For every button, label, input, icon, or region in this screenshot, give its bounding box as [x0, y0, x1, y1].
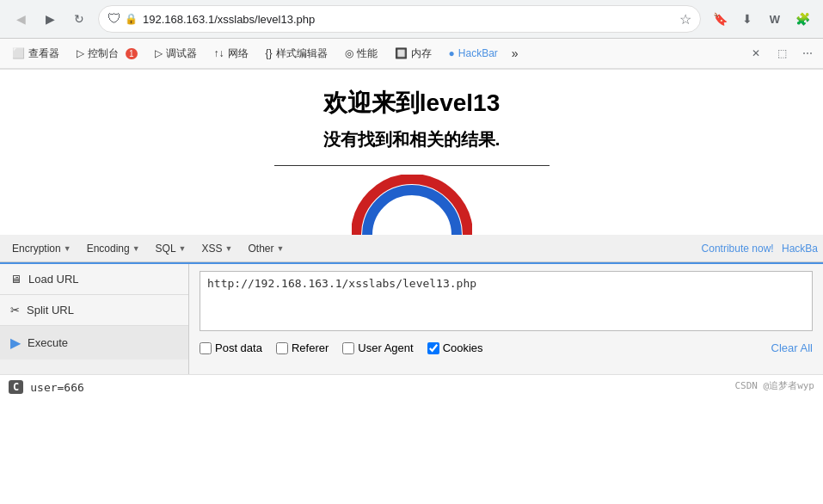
tab-console[interactable]: ▷ 控制台 1 — [68, 39, 146, 70]
devtools-dock-button[interactable]: ⬚ — [770, 41, 794, 65]
style-icon: {} — [266, 47, 273, 59]
browser-chrome: ◀ ▶ ↻ 🛡 🔒 ☆ 🔖 ⬇ W 🧩 — [0, 0, 823, 39]
error-badge: 1 — [126, 48, 138, 59]
address-bar-container: 🛡 🔒 ☆ — [98, 5, 701, 33]
hackbar-icon: ● — [449, 47, 455, 59]
extensions-button[interactable]: 🧩 — [790, 7, 814, 31]
user-agent-checkbox-label[interactable]: User Agent — [342, 341, 413, 354]
tab-style-editor[interactable]: {} 样式编辑器 — [257, 39, 336, 70]
tab-debugger[interactable]: ▷ 调试器 — [146, 39, 206, 70]
post-data-checkbox[interactable] — [200, 342, 212, 354]
tab-inspector[interactable]: ⬜ 查看器 — [3, 39, 68, 70]
bookmark-button[interactable]: 🔖 — [708, 7, 732, 31]
hackbar-menu-sql[interactable]: SQL ▼ — [149, 241, 193, 256]
sql-arrow-icon: ▼ — [179, 244, 187, 253]
referer-checkbox-label[interactable]: Referer — [276, 341, 329, 354]
hackbar-menu-encryption[interactable]: Encryption ▼ — [5, 241, 78, 256]
page-title: 欢迎来到level13 — [0, 87, 823, 120]
clear-all-button[interactable]: Clear All — [771, 341, 813, 354]
user-agent-checkbox[interactable] — [342, 342, 354, 354]
post-data-checkbox-label[interactable]: Post data — [200, 341, 262, 354]
memory-icon: 🔲 — [395, 47, 408, 59]
hackbar-toolbar: Encryption ▼ Encoding ▼ SQL ▼ XSS ▼ Othe… — [0, 235, 823, 262]
xss-arrow-icon: ▼ — [225, 244, 233, 253]
referer-checkbox[interactable] — [276, 342, 288, 354]
back-button[interactable]: ◀ — [9, 7, 33, 31]
address-bar-icons: 🛡 🔒 — [107, 11, 138, 27]
tab-hackbar[interactable]: ● HackBar — [440, 39, 507, 70]
split-url-button[interactable]: ✂ Split URL — [0, 295, 188, 326]
encryption-arrow-icon: ▼ — [64, 244, 71, 253]
download-button[interactable]: ⬇ — [735, 7, 759, 31]
browser-icons-right: 🔖 ⬇ W 🧩 — [708, 7, 814, 31]
divider — [274, 165, 550, 166]
cookies-checkbox-label[interactable]: Cookies — [427, 341, 483, 354]
debugger-icon: ▷ — [155, 47, 163, 59]
reload-button[interactable]: ↻ — [67, 7, 91, 31]
wallet-button[interactable]: W — [763, 7, 787, 31]
more-tabs-button[interactable]: » — [507, 39, 524, 68]
cookies-checkbox[interactable] — [427, 342, 439, 354]
forward-button[interactable]: ▶ — [38, 7, 62, 31]
performance-icon: ◎ — [345, 47, 353, 59]
lock-icon: 🔒 — [125, 13, 138, 25]
star-icon[interactable]: ☆ — [679, 11, 691, 28]
execute-icon: ▶ — [10, 335, 21, 351]
page-subtitle: 没有找到和相关的结果. — [0, 128, 823, 151]
nav-buttons: ◀ ▶ ↻ — [9, 7, 91, 31]
console-value: user=666 — [30, 381, 84, 394]
inspector-icon: ⬜ — [12, 47, 25, 59]
hackbar-left-buttons: 🖥 Load URL ✂ Split URL ▶ Execute — [0, 264, 189, 374]
hackbar-panel: 🖥 Load URL ✂ Split URL ▶ Execute http://… — [0, 262, 823, 374]
rainbow-arch — [352, 175, 472, 235]
hackbar-menu-other[interactable]: Other ▼ — [241, 241, 291, 256]
address-input[interactable] — [143, 13, 674, 26]
url-textarea[interactable]: http://192.168.163.1/xsslabs/level13.php — [200, 271, 813, 331]
tab-network[interactable]: ↑↓ 网络 — [206, 39, 257, 70]
shield-icon: 🛡 — [107, 11, 121, 27]
hackbar-right-area: http://192.168.163.1/xsslabs/level13.php… — [189, 264, 823, 361]
encoding-arrow-icon: ▼ — [132, 244, 140, 253]
devtools-bar: ⬜ 查看器 ▷ 控制台 1 ▷ 调试器 ↑↓ 网络 {} 样式编辑器 ◎ 性能 … — [0, 39, 823, 70]
devtools-icon-buttons: ✕ ⬚ ⋯ — [744, 39, 820, 68]
tab-memory[interactable]: 🔲 内存 — [386, 39, 440, 70]
contribute-link[interactable]: Contribute now! — [702, 243, 774, 255]
execute-button[interactable]: ▶ Execute — [0, 326, 188, 360]
hackbar-contribute-area: Contribute now! HackBa — [702, 243, 818, 255]
hackbar-menu-xss[interactable]: XSS ▼ — [195, 241, 240, 256]
console-badge: C — [9, 380, 23, 394]
devtools-close-button[interactable]: ✕ — [744, 41, 768, 65]
network-icon: ↑↓ — [214, 47, 224, 59]
other-arrow-icon: ▼ — [276, 244, 284, 253]
console-icon: ▷ — [77, 47, 84, 59]
load-url-button[interactable]: 🖥 Load URL — [0, 264, 188, 295]
load-url-icon: 🖥 — [10, 273, 21, 286]
page-content: 欢迎来到level13 没有找到和相关的结果. — [0, 70, 823, 235]
devtools-settings-button[interactable]: ⋯ — [795, 41, 820, 65]
csdn-watermark: CSDN @追梦者wyp — [734, 379, 814, 392]
hackbar-menu-encoding[interactable]: Encoding ▼ — [80, 241, 147, 256]
hackbar-checkboxes: Post data Referer User Agent Cookies Cle… — [200, 341, 813, 354]
console-bar: C user=666 CSDN @追梦者wyp — [0, 374, 823, 399]
hackbar-brand: HackBa — [782, 243, 818, 255]
tab-performance[interactable]: ◎ 性能 — [336, 39, 386, 70]
split-url-icon: ✂ — [10, 304, 20, 317]
